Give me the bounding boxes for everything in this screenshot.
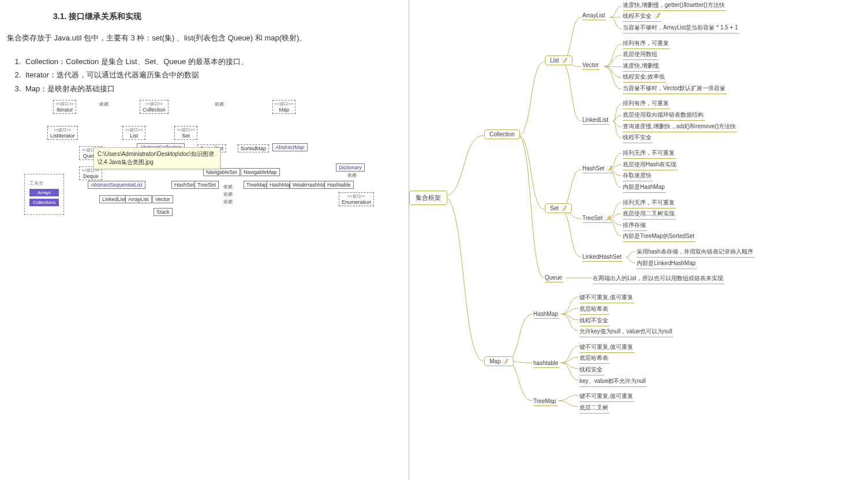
uml-dep: 依赖 [347,172,357,178]
mm-leaf: 底层使用数组 [623,50,659,60]
uml-hashtable: Hashtable [324,181,354,189]
mm-leaf: 排列无序，不可重复 [623,198,676,209]
mm-leaf: 当容量不够时，Vector默认扩展一倍容量 [623,84,727,94]
mm-leaf: 存取速度快 [623,171,653,181]
mm-leaf: 线程不安全 [623,133,653,143]
mm-leaf: 线程安全,效率低 [623,72,666,83]
mm-leaf: 底层哈希表 [579,304,609,315]
note-icon: 📝 [561,58,567,64]
mm-leaf: 底层哈希表 [579,354,609,364]
mindmap: 集合框架 Collection List📝 ArrayList 速度快,增删慢，… [409,0,868,480]
uml-enumeration: Enumeration [339,192,374,206]
mm-leaf: 排列有序，可重复 [623,99,670,109]
mm-leaf: 键不可重复,值可重复 [579,293,634,303]
uml-dep: 依赖 [223,184,233,190]
note-icon: 📝 [606,166,612,172]
uml-listiterator: ListIterator [47,126,78,140]
uml-arraylist: ArrayList [125,195,152,203]
uml-iterator: Iterator [53,100,76,114]
uml-treemap: TreeMap [244,181,270,189]
mm-leaf: 内部是TreeMap的SortedSet [623,232,695,242]
def-item: Iterator：迭代器，可以通过迭代器遍历集合中的数据 [23,68,397,81]
uml-dep: 依赖 [99,101,108,107]
uml-collections: Collections [29,199,59,206]
intro-paragraph: 集合类存放于 Java.util 包中，主要有 3 种：set(集) 、list… [7,32,397,44]
mm-linkedhashset: LinkedHashSet [582,253,623,262]
uml-abstractmap: AbstractMap [272,143,308,151]
mm-leaf: 键不可重复,值可重复 [579,392,634,402]
uml-dep: 依赖 [215,101,224,107]
mm-leaf: 排列有序，可重复 [623,39,670,49]
note-icon: 📝 [560,206,567,211]
mm-root: 集合框架 [409,191,447,205]
mm-leaf: 键不可重复,值可重复 [579,343,634,353]
mm-queue: Queue [545,274,563,282]
mm-leaf: 采用hash表存储，并用双向链表记录插入顺序 [637,247,754,258]
uml-linkedlist: LinkedList [99,195,129,203]
definition-list: Collection：Collection 是集合 List、Set、Queue… [7,55,397,95]
def-item: Map：是映射表的基础接口 [23,82,397,95]
uml-dep: 依赖 [223,191,233,198]
mm-leaf: 底层二叉树 [579,403,609,414]
mm-list: List📝 [545,55,573,65]
uml-dictionary: Dictionary [336,163,365,172]
mm-arraylist: ArrayList [582,12,606,20]
mm-leaf: 允许key值为null，value也可以为null [579,327,674,337]
mm-map: Map📝 [484,356,514,366]
mm-leaf: 查询速度慢,增删快，add()和remove()方法快 [623,122,737,132]
mm-leaf: 线程不安全 📝 [623,12,661,22]
uml-dep: 依赖 [223,199,233,205]
page-left: 3.1. 接口继承关系和实现 集合类存放于 Java.util 包中，主要有 3… [0,0,409,480]
section-title: 3.1. 接口继承关系和实现 [53,12,397,22]
mm-treeset: TreeSet📝 [582,214,612,223]
mm-leaf: 排序存储 [623,221,647,231]
mm-leaf: 线程安全 [579,365,604,375]
mm-leaf: 速度快,增删慢，getter()和setter()方法快 [623,1,726,11]
uml-utility-title: 工具类 [29,181,43,186]
mm-leaf: 当容量不够时，ArrayList是当前容量 * 1.5 + 1 [623,23,739,34]
uml-diagram: 工具类 Arrays Collections Iterator 依赖 Colle… [24,100,382,227]
mm-leaf: 内部是HashMap [623,183,666,193]
mm-leaf: 线程不安全 [579,316,609,326]
note-icon: 📝 [604,215,611,221]
def-item: Collection：Collection 是集合 List、Set、Queue… [23,55,397,68]
mm-leaf: 底层使用双向循环链表数据结构 [623,110,705,121]
mm-hashset: HashSet📝 [582,165,613,173]
mm-leaf: 底层使用二叉树实现 [623,209,676,219]
uml-stack: Stack [154,208,173,216]
uml-list: List [122,126,145,140]
mm-leaf: 速度快,增删慢 [623,61,660,72]
uml-navigableset: NavigableSet [203,168,240,176]
mm-leaf: 在两端出入的List，所以也可以用数组或链表来实现 [593,274,724,284]
page-right: 集合框架 Collection List📝 ArrayList 速度快,增删慢，… [409,0,868,480]
uml-abstractsequentiallist: AbstractSequentialList [88,181,145,189]
mm-linkedlist: LinkedList [582,116,609,125]
mm-collection: Collection [484,129,520,139]
uml-set: Set [174,126,197,140]
mm-treemap: TreeMap [533,397,558,406]
mm-leaf: key、value都不允许为null [579,377,647,387]
uml-utility-box: 工具类 Arrays Collections [24,174,64,215]
mm-set: Set📝 [545,203,572,213]
image-tooltip: C:\Users\Administrator\Desktop\doc\知识图谱\… [93,147,220,169]
mm-leaf: 排列无序，不可重复 [623,148,676,159]
mm-vector: Vector [582,61,600,70]
mm-leaf: 底层使用Hash表实现 [623,160,678,170]
uml-navigablemap: NavigableMap [241,168,280,176]
uml-vector: Vector [152,195,173,203]
uml-sortedmap: SortedMap [238,144,269,152]
uml-collection: Collection [140,100,169,114]
mm-hashtable: hashtable [533,359,559,368]
uml-map: Map [272,100,295,114]
note-icon: 📝 [502,359,508,364]
uml-arrays: Arrays [29,189,59,196]
mm-hashmap: HashMap [533,310,559,319]
mm-leaf: 内部是LinkedHashMap [637,259,697,269]
uml-hashset: HashSet [171,181,197,189]
uml-treeset: TreeSet [194,181,219,189]
